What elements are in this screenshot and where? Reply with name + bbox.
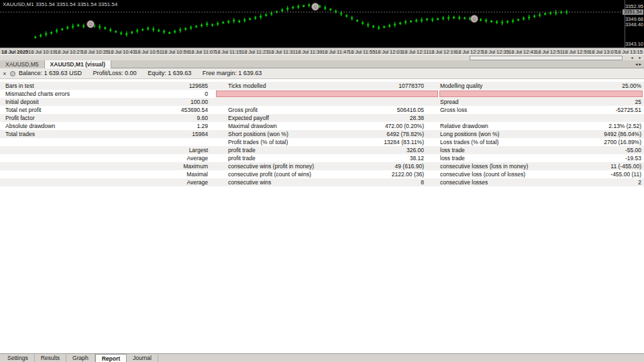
trade-marker-icon[interactable]: ☺ xyxy=(470,15,478,23)
report-row: Averageprofit trade38.12loss trade-19.53 xyxy=(0,154,644,162)
tab-report[interactable]: Report xyxy=(95,354,127,362)
report-value: 2700 (16.89%) xyxy=(550,138,641,146)
report-label: loss trade xyxy=(440,146,465,154)
report-row: Initial deposit100.00Spread25 xyxy=(0,98,644,106)
report-label: Short positions (won %) xyxy=(228,130,288,138)
price-scale-label: 3348.40 xyxy=(625,22,643,27)
report-row: Largestprofit trade326.00loss trade-55.0… xyxy=(0,146,644,154)
report-value: Average xyxy=(101,178,208,186)
time-axis[interactable]: 18 Jul 202518 Jul 10:1918 Jul 10:2718 Ju… xyxy=(0,48,644,54)
report-value: Average xyxy=(101,154,208,162)
tab-scroll-arrows[interactable]: ◂▸ xyxy=(635,60,643,68)
report-label: Ticks modelled xyxy=(228,82,266,90)
price-scale[interactable]: 3352.953351.543349.683348.403343.10 xyxy=(625,0,644,48)
chart-tab-xauusd-m5[interactable]: XAUUSD,M5 xyxy=(0,60,45,68)
report-row: Averageconsecutive wins8consecutive loss… xyxy=(0,178,644,186)
report-value: 49 (616.90) xyxy=(335,162,424,170)
report-value: 11 (-455.00) xyxy=(550,162,641,170)
report-value: 8 xyxy=(335,178,424,186)
modelling-quality-bar xyxy=(216,90,438,97)
report-value: 6492 (78.82%) xyxy=(335,130,424,138)
bottom-tab-strip: SettingsResultsGraphReportJournal xyxy=(0,353,644,362)
report-value: 0 xyxy=(101,90,208,98)
horizontal-scrollbar[interactable]: ◂ ▸ xyxy=(0,54,644,60)
report-value: 10778370 xyxy=(335,82,424,90)
report-label: Total net profit xyxy=(5,106,41,114)
report-value: 28.38 xyxy=(335,114,424,122)
report-row: Maximalconsecutive profit (count of wins… xyxy=(0,170,644,178)
tab-results[interactable]: Results xyxy=(35,354,66,362)
trade-marker-icon[interactable]: ☺ xyxy=(87,20,95,28)
chart-tab-xauusd-m1-visual[interactable]: XAUUSD,M1 (visual) xyxy=(45,60,111,68)
report-value: -19.53 xyxy=(550,154,641,162)
report-value: 25.00% xyxy=(550,82,641,90)
report-label: Gross loss xyxy=(440,106,467,114)
report-value: Largest xyxy=(101,146,208,154)
report-value: 2122.00 (36) xyxy=(335,170,424,178)
report-value: Maximal xyxy=(101,170,208,178)
report-row: Profit factor9.60Expected payoff28.38 xyxy=(0,114,644,122)
report-value: Maximum xyxy=(101,162,208,170)
trade-marker-icon[interactable]: ☺ xyxy=(311,3,319,11)
report-label: Long positions (won %) xyxy=(440,130,499,138)
report-value: -455.00 (11) xyxy=(550,170,641,178)
report-label: Total trades xyxy=(5,130,35,138)
report-value: 100.00 xyxy=(101,98,208,106)
report-value: 15984 xyxy=(101,130,208,138)
tab-settings[interactable]: Settings xyxy=(1,354,35,362)
report-row: Total trades15984Short positions (won %)… xyxy=(0,130,644,138)
report-row: Bars in test129685Ticks modelled10778370… xyxy=(0,82,644,90)
report-label: consecutive profit (count of wins) xyxy=(228,170,311,178)
price-scale-label: 3343.10 xyxy=(625,42,643,47)
report-label: Modelling quality xyxy=(440,82,482,90)
report-value: 38.12 xyxy=(335,154,424,162)
chart-title: XAUUSD,M1 3351.54 3351.54 3351.54 3351.5… xyxy=(3,1,117,7)
tab-journal[interactable]: Journal xyxy=(127,354,158,362)
chart-panel[interactable]: XAUUSD,M1 3351.54 3351.54 3351.54 3351.5… xyxy=(0,0,644,48)
report-value: 2.13% (2.52) xyxy=(550,122,641,130)
report-value: 9.60 xyxy=(101,114,208,122)
report-label: consecutive loss (count of losses) xyxy=(440,170,525,178)
scrollbar-thumb[interactable] xyxy=(470,56,623,60)
report-value: 129685 xyxy=(101,82,208,90)
report-value: 506416.05 xyxy=(335,106,424,114)
report-label: Maximal drawdown xyxy=(228,122,277,130)
report-label: profit trade xyxy=(228,154,256,162)
close-icon[interactable]: × xyxy=(1,69,8,78)
report-row: Profit trades (% of total)13284 (83.11%)… xyxy=(0,138,644,146)
report-label: Initial deposit xyxy=(5,98,39,106)
report-label: profit trade xyxy=(228,146,256,154)
report-label: Profit factor xyxy=(5,114,34,122)
report-value: 2 xyxy=(550,178,641,186)
report-label: consecutive losses xyxy=(440,178,488,186)
report-label: Loss trades (% of total) xyxy=(440,138,498,146)
report-table: Bars in test129685Ticks modelled10778370… xyxy=(0,82,644,186)
modelling-quality-bar xyxy=(439,90,643,97)
chart-tab-strip: XAUUSD,M5XAUUSD,M1 (visual) xyxy=(0,60,644,68)
report-label: loss trade xyxy=(440,154,465,162)
report-label: consecutive wins (profit in money) xyxy=(228,162,314,170)
profit-loss-text: Profit/Loss: 0.00 xyxy=(93,70,137,76)
report-row: Absolute drawdown1.29Maximal drawdown472… xyxy=(0,122,644,130)
report-value: 25 xyxy=(550,98,641,106)
report-label: Relative drawdown xyxy=(440,122,488,130)
tab-scroll-right-icon[interactable]: ▸ xyxy=(639,62,643,66)
report-value: 1.29 xyxy=(101,122,208,130)
report-value: 13284 (83.11%) xyxy=(335,138,424,146)
report-label: Gross profit xyxy=(228,106,258,114)
tab-graph[interactable]: Graph xyxy=(66,354,95,362)
current-price-label: 3351.54 xyxy=(623,9,643,15)
balance-toolbar: × Balance: 1 639.63 USD Profit/Loss: 0.0… xyxy=(0,68,644,79)
free-margin-text: Free margin: 1 639.63 xyxy=(203,70,262,76)
report-value: -52725.51 xyxy=(550,106,641,114)
balance-icon xyxy=(10,71,15,76)
report-label: Profit trades (% of total) xyxy=(228,138,288,146)
report-row: Mismatched charts errors0 xyxy=(0,90,644,98)
report-label: Mismatched charts errors xyxy=(5,90,70,98)
report-label: Spread xyxy=(440,98,458,106)
report-value: -55.00 xyxy=(550,146,641,154)
report-label: consecutive losses (loss in money) xyxy=(440,162,528,170)
report-label: Bars in test xyxy=(5,82,34,90)
report-row: Maximumconsecutive wins (profit in money… xyxy=(0,162,644,170)
report-value: 9492 (86.04%) xyxy=(550,130,641,138)
